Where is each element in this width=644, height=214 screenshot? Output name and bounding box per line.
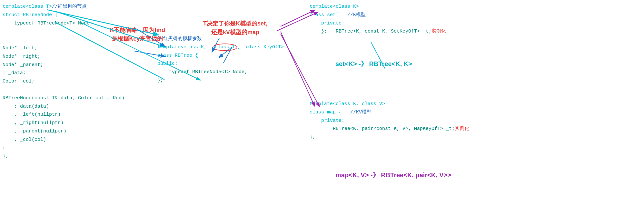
code-line: , _parent(nullptr) [3, 127, 124, 136]
code-line: { } [3, 144, 124, 152]
code-line: template<class T>//红黑树的节点 [3, 3, 124, 11]
code-line: template<class K> [310, 3, 446, 11]
code-line: typedef RBTreeNode<T> Node; [3, 19, 124, 28]
code-line: class RBTree { [157, 52, 284, 60]
code-line: }; [157, 76, 284, 85]
right-set-code-block: template<class K> class set{ //K模型 priva… [310, 3, 446, 36]
code-line: :_data(data) [3, 102, 124, 111]
annotation-cannot-omit: K不能省略，因为find是根据Key来查找的 [110, 26, 165, 43]
set-arrow-annotation: set<K> -》 RBTree<K, K> [335, 60, 412, 68]
svg-line-6 [281, 34, 319, 106]
code-line: , _right(nullptr) [3, 119, 124, 127]
code-line: Node* _left; [3, 44, 124, 53]
middle-code-block: //红黑树的模板参数 template<class K, class T, cl… [157, 35, 284, 85]
right-map-code-block: template<class K, class V> class map { /… [310, 100, 469, 141]
svg-line-13 [281, 32, 314, 106]
code-line: Node* _right; [3, 53, 124, 61]
code-line [3, 27, 124, 36]
code-line: struct RBTreeNode { [3, 11, 124, 19]
code-line: , _left(nullptr) [3, 111, 124, 119]
code-line: }; [3, 152, 124, 160]
code-line [3, 86, 124, 94]
code-area: template<class T>//红黑树的节点 struct RBTreeN… [0, 0, 644, 214]
code-line: Node* _parent; [3, 61, 124, 69]
code-line: , _col(col) [3, 136, 124, 144]
code-line: private: [310, 117, 469, 125]
code-line: public: [157, 60, 284, 68]
code-line [3, 36, 124, 44]
map-arrow-annotation: map<K, V> -》 RBTree<K, pair<K, V>> [335, 171, 451, 180]
left-code-block: template<class T>//红黑树的节点 struct RBTreeN… [3, 3, 124, 160]
code-line: private: [310, 19, 446, 28]
code-line: Color _col; [3, 77, 124, 86]
code-line: class map { //KV模型 [310, 108, 469, 117]
code-line: }; RBTree<K, const K, SetKeyOfT> _t;实例化 [310, 27, 446, 36]
code-line: typedef RBTreeNode<T> Node; [157, 68, 284, 76]
code-line: RBTree<K, pair<const K, V>, MapKeyOfT> _… [310, 125, 469, 133]
code-line: template<class K, class V> [310, 100, 469, 108]
code-line: RBTreeNode(const T& data, Color col = Re… [3, 94, 124, 102]
code-line: class set{ //K模型 [310, 11, 446, 19]
code-line: template<class K, class T, class KeyOfT> [157, 43, 284, 52]
code-line: }; [310, 133, 469, 141]
code-line: T _data; [3, 69, 124, 77]
annotation-t-decides: T决定了你是K模型的set,还是kV模型的map [203, 19, 267, 37]
